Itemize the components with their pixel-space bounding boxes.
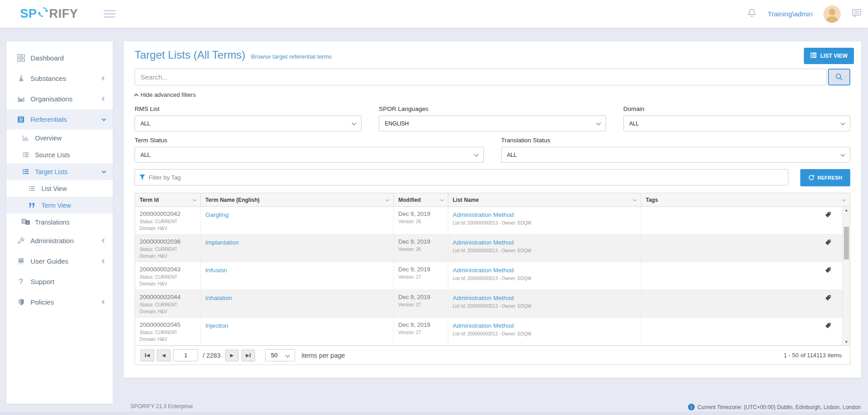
- table-scrollbar[interactable]: ▲ ▼: [843, 207, 850, 345]
- previous-page-button[interactable]: ◀: [157, 350, 171, 361]
- first-page-button[interactable]: ◀: [140, 350, 154, 361]
- list-name-link[interactable]: Administration Method: [453, 322, 514, 329]
- column-header-term-name[interactable]: Term Name (English): [201, 193, 394, 206]
- term-status-select[interactable]: ALL: [135, 147, 484, 163]
- timezone-info: i Current Timezone: (UTC+00:00) Dublin, …: [688, 404, 861, 410]
- sidebar-item-support[interactable]: ? Support: [6, 271, 113, 292]
- info-icon[interactable]: i: [688, 404, 695, 410]
- column-header-tags[interactable]: Tags: [641, 193, 850, 206]
- list-name-link[interactable]: Administration Method: [453, 295, 514, 301]
- list-name-link[interactable]: Administration Method: [453, 211, 514, 218]
- app-version: SPORIFY 21.3 Enterprise: [130, 403, 193, 410]
- term-name-link[interactable]: Inhalation: [206, 295, 232, 301]
- column-menu-icon[interactable]: [440, 197, 443, 201]
- table-icon: [810, 52, 817, 60]
- sidebar-item-list-view[interactable]: List View: [6, 180, 113, 197]
- sidebar-item-referentials[interactable]: Referentials: [6, 109, 113, 130]
- sidebar-item-administration[interactable]: Administration: [6, 230, 113, 251]
- term-id: 200000002044: [140, 294, 196, 300]
- column-header-modified[interactable]: Modified: [394, 193, 448, 206]
- sidebar-item-dashboard[interactable]: Dashboard: [6, 48, 113, 68]
- sidebar-label: Target Lists: [35, 168, 68, 175]
- modified-date: Dec 9, 2019: [398, 321, 443, 328]
- spor-languages-select[interactable]: ENGLISH: [379, 115, 606, 131]
- tag-icon[interactable]: [825, 322, 832, 331]
- tag-icon[interactable]: [825, 295, 832, 303]
- avatar[interactable]: [823, 5, 841, 23]
- referentials-list-icon: [16, 116, 25, 123]
- sidebar-item-source-lists[interactable]: Source Lists: [6, 146, 113, 163]
- user-menu[interactable]: Training\admin: [768, 10, 813, 18]
- term-name-link[interactable]: Infusion: [206, 267, 227, 274]
- notifications-bell-icon[interactable]: [747, 8, 757, 20]
- search-input[interactable]: [135, 69, 827, 85]
- sidebar-item-user-guides[interactable]: User Guides: [6, 251, 113, 271]
- term-domain: Domain: H&V: [140, 309, 196, 314]
- list-name-link[interactable]: Administration Method: [453, 239, 514, 246]
- app-logo[interactable]: SP RIFY: [20, 6, 78, 21]
- svg-text:z: z: [26, 220, 28, 225]
- domain-label: Domain: [623, 105, 850, 112]
- sidebar-item-substances[interactable]: Substances: [6, 68, 113, 89]
- column-header-list-name[interactable]: List Name: [448, 193, 641, 206]
- logo-text-rify: RIFY: [49, 7, 78, 21]
- caret-up-icon: [134, 94, 139, 98]
- scroll-up-icon[interactable]: ▲: [843, 208, 850, 212]
- term-status: Status: CURRENT: [140, 302, 196, 307]
- column-menu-icon[interactable]: [633, 197, 637, 201]
- column-menu-icon[interactable]: [842, 197, 846, 201]
- column-menu-icon[interactable]: [192, 197, 196, 201]
- refresh-button[interactable]: REFRESH: [800, 169, 850, 186]
- sidebar-item-translations[interactable]: Az Translations: [6, 214, 113, 230]
- modified-date: Dec 9, 2019: [398, 210, 443, 217]
- tag-icon[interactable]: [825, 239, 832, 248]
- footer-strip: [0, 412, 868, 415]
- rms-list-select[interactable]: ALL: [135, 115, 361, 131]
- shield-icon: [16, 298, 25, 306]
- sidebar-item-target-lists[interactable]: Target Lists: [6, 163, 113, 180]
- term-id: 200000002042: [140, 210, 196, 217]
- page-title: Target Lists (All Terms): [135, 49, 246, 61]
- term-name-link[interactable]: Injection: [206, 322, 228, 329]
- feedback-chat-icon[interactable]: [852, 9, 862, 20]
- sidebar-item-overview[interactable]: Overview: [6, 130, 113, 146]
- last-page-button[interactable]: ▶: [241, 350, 255, 361]
- domain-select[interactable]: ALL: [623, 115, 850, 131]
- next-page-button[interactable]: ▶: [225, 350, 239, 361]
- chevron-left-icon: [102, 300, 106, 305]
- chevron-down-icon: [102, 116, 106, 121]
- modified-date: Dec 9, 2019: [398, 266, 443, 273]
- term-domain: Domain: H&V: [140, 281, 196, 286]
- column-menu-icon[interactable]: [386, 197, 389, 201]
- scroll-down-icon[interactable]: ▼: [843, 340, 850, 344]
- tag-icon[interactable]: [825, 211, 832, 220]
- sidebar-label: Term View: [41, 202, 71, 209]
- tag-icon[interactable]: [825, 267, 832, 275]
- version: Version: 27: [398, 275, 443, 280]
- list-info: List Id: 200000000013 - Owner: EDQM: [453, 248, 636, 253]
- chevron-left-icon: [102, 239, 106, 243]
- list-icon: [27, 185, 36, 192]
- list-name-link[interactable]: Administration Method: [453, 267, 514, 274]
- filter-by-tag-input[interactable]: [135, 169, 788, 185]
- translation-status-select[interactable]: ALL: [501, 147, 850, 163]
- term-name-link[interactable]: Gargling: [206, 211, 229, 218]
- scrollbar-thumb[interactable]: [844, 227, 849, 260]
- sidebar-item-term-view[interactable]: Term View: [6, 197, 113, 214]
- hide-advanced-filters-toggle[interactable]: Hide advanced filters: [135, 91, 196, 98]
- search-button[interactable]: [828, 69, 850, 85]
- version: Version: 26: [398, 219, 443, 224]
- wrench-icon: [16, 237, 25, 245]
- sidebar-item-organisations[interactable]: Organisations: [6, 89, 113, 109]
- term-name-link[interactable]: Implantation: [206, 239, 239, 246]
- column-header-term-id[interactable]: Term Id: [135, 193, 201, 206]
- quote-icon: [27, 202, 36, 208]
- refresh-button-label: REFRESH: [818, 175, 843, 180]
- advanced-filters-label: Hide advanced filters: [140, 91, 196, 98]
- sidebar-item-policies[interactable]: Policies: [6, 292, 113, 312]
- list-view-button[interactable]: LIST VIEW: [804, 48, 854, 64]
- items-per-page-select[interactable]: 50: [265, 349, 295, 361]
- list-info: List Id: 200000000013 - Owner: EDQM: [453, 276, 636, 281]
- page-number-input[interactable]: [173, 349, 198, 361]
- menu-toggle-icon[interactable]: [104, 10, 115, 20]
